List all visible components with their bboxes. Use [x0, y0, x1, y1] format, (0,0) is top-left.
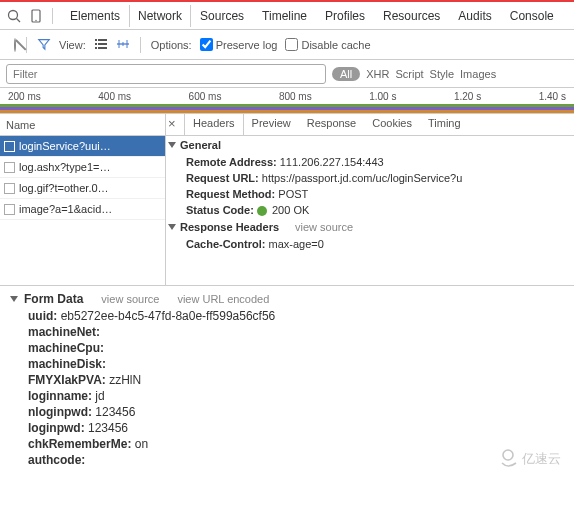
file-icon	[4, 141, 15, 152]
request-row[interactable]: loginService?uui…	[0, 136, 165, 157]
clear-button[interactable]	[14, 39, 16, 51]
svg-point-0	[9, 10, 18, 19]
status-dot-icon	[257, 206, 267, 216]
options-label: Options:	[151, 39, 192, 51]
tab-console[interactable]: Console	[501, 5, 563, 27]
tab-preview[interactable]: Preview	[244, 114, 299, 135]
view-label: View:	[59, 39, 86, 51]
tab-audits[interactable]: Audits	[449, 5, 500, 27]
timeline-overview[interactable]: 200 ms 400 ms 600 ms 800 ms 1.00 s 1.20 …	[0, 88, 574, 114]
svg-point-3	[35, 19, 36, 20]
section-general[interactable]: General	[166, 136, 574, 154]
tab-elements[interactable]: Elements	[61, 5, 129, 27]
svg-rect-5	[98, 39, 107, 41]
tab-timing[interactable]: Timing	[420, 114, 469, 135]
filter-style[interactable]: Style	[430, 68, 454, 80]
view-url-encoded-link[interactable]: view URL encoded	[177, 293, 269, 305]
tab-profiles[interactable]: Profiles	[316, 5, 374, 27]
file-icon	[4, 183, 15, 194]
view-source-link[interactable]: view source	[101, 293, 159, 305]
section-response-headers[interactable]: Response Headersview source	[166, 218, 574, 236]
view-source-link[interactable]: view source	[295, 221, 353, 233]
filter-icon[interactable]	[37, 37, 51, 53]
view-frames-icon[interactable]	[116, 37, 130, 53]
file-icon	[4, 162, 15, 173]
disable-cache-checkbox[interactable]: Disable cache	[285, 38, 370, 51]
preserve-log-checkbox[interactable]: Preserve log	[200, 38, 278, 51]
svg-text:亿速云: 亿速云	[521, 451, 561, 466]
chevron-down-icon	[10, 296, 18, 302]
details-pane: × Headers Preview Response Cookies Timin…	[166, 114, 574, 285]
tab-headers[interactable]: Headers	[184, 114, 244, 135]
svg-rect-8	[95, 47, 97, 49]
tab-resources[interactable]: Resources	[374, 5, 449, 27]
tab-network[interactable]: Network	[129, 5, 191, 27]
request-row[interactable]: log.ashx?type1=…	[0, 157, 165, 178]
panel-tabs: ElementsNetworkSourcesTimelineProfilesRe…	[61, 5, 563, 27]
svg-rect-9	[98, 47, 107, 49]
file-icon	[4, 204, 15, 215]
requests-column: Name loginService?uui… log.ashx?type1=… …	[0, 114, 166, 285]
svg-point-14	[503, 450, 513, 460]
svg-rect-6	[95, 43, 97, 45]
search-icon[interactable]	[6, 8, 22, 24]
network-controls: View: Options: Preserve log Disable cach…	[0, 30, 574, 60]
tab-cookies[interactable]: Cookies	[364, 114, 420, 135]
network-content: Name loginService?uui… log.ashx?type1=… …	[0, 114, 574, 286]
filter-all[interactable]: All	[332, 67, 360, 81]
chevron-down-icon	[168, 142, 176, 148]
close-icon[interactable]: ×	[168, 116, 176, 131]
filter-input[interactable]	[6, 64, 326, 84]
svg-rect-7	[98, 43, 107, 45]
svg-rect-4	[95, 39, 97, 41]
request-row[interactable]: log.gif?t=other.0…	[0, 178, 165, 199]
section-form-data: Form Dataview sourceview URL encoded uui…	[0, 286, 574, 478]
chevron-down-icon	[168, 224, 176, 230]
device-icon[interactable]	[28, 8, 44, 24]
filter-row: All XHR Script Style Images	[0, 60, 574, 88]
watermark: 亿速云	[498, 447, 568, 472]
view-list-icon[interactable]	[94, 37, 108, 53]
main-toolbar: ElementsNetworkSourcesTimelineProfilesRe…	[0, 2, 574, 30]
filter-script[interactable]: Script	[395, 68, 423, 80]
tab-response[interactable]: Response	[299, 114, 365, 135]
request-row[interactable]: image?a=1&acid…	[0, 199, 165, 220]
tab-sources[interactable]: Sources	[191, 5, 253, 27]
name-header[interactable]: Name	[0, 114, 165, 136]
filter-xhr[interactable]: XHR	[366, 68, 389, 80]
filter-images[interactable]: Images	[460, 68, 496, 80]
tab-timeline[interactable]: Timeline	[253, 5, 316, 27]
svg-line-1	[17, 18, 21, 22]
